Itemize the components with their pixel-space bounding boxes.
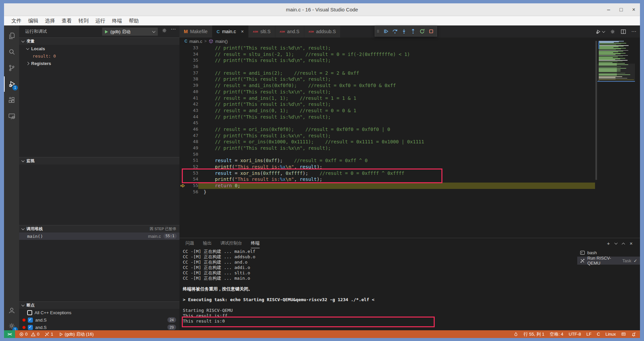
explorer-icon[interactable] xyxy=(4,28,19,44)
watch-label: 监视 xyxy=(26,158,35,164)
launch-config-dropdown[interactable]: (gdb) 启动 xyxy=(102,27,158,36)
gear-icon[interactable] xyxy=(610,29,615,35)
run-and-debug-icon[interactable]: 1 xyxy=(4,76,19,92)
menu-item-终端[interactable]: 终端 xyxy=(109,16,125,25)
panel-tab-调试控制台[interactable]: 调试控制台 xyxy=(220,238,242,248)
terminal-item-label: Run RISCV-QEMU xyxy=(587,256,620,266)
debug-settings-gear-icon[interactable] xyxy=(161,27,167,33)
code-line-48: 48 // result = or_ins(0x1000, 0x1111); /… xyxy=(179,139,640,145)
registers-node[interactable]: Registers xyxy=(19,60,179,67)
tab-addsub.S[interactable]: ASMaddsub.S xyxy=(304,25,341,38)
code-line-43: 43 // result = and_ins(0, 1); //result =… xyxy=(179,108,640,114)
extensions-icon[interactable] xyxy=(4,92,19,108)
more-actions-icon[interactable]: ⋯ xyxy=(631,28,637,35)
language-mode[interactable]: C xyxy=(597,332,600,337)
maximize-icon[interactable]: □ xyxy=(620,7,623,13)
panel-tab-输出[interactable]: 输出 xyxy=(203,238,212,248)
split-editor-icon[interactable] xyxy=(621,29,626,35)
menu-item-转到[interactable]: 转到 xyxy=(75,16,92,25)
problems-status[interactable]: 0 0 xyxy=(19,332,39,337)
breakpoint-line-badge: 24 xyxy=(167,317,176,323)
editor-scrollbar[interactable] xyxy=(595,41,597,180)
line-text: result = xori_ins(0xff); //result = 0xff… xyxy=(204,157,368,164)
menu-item-文件[interactable]: 文件 xyxy=(8,16,25,25)
eol[interactable]: LF xyxy=(586,332,591,337)
close-panel-icon[interactable]: × xyxy=(630,241,633,246)
menubar: 文件编辑选择查看转到运行终端帮助 xyxy=(4,16,640,25)
drag-grip-icon[interactable]: ⠿ xyxy=(377,30,380,33)
panel-tab-问题[interactable]: 问题 xyxy=(185,238,194,248)
ports-flame-icon[interactable] xyxy=(514,332,518,337)
start-debug-icon[interactable] xyxy=(105,30,108,33)
minimize-icon[interactable]: – xyxy=(607,7,610,13)
code-line-45: 45 xyxy=(179,120,640,126)
code-line-35: 35 // printf("This result is:%d\n", resu… xyxy=(179,57,640,64)
breakpoint-row[interactable]: and.S29 xyxy=(19,324,179,331)
tab-Makefile[interactable]: MMakefile xyxy=(179,25,212,38)
breakpoint-label: and.S xyxy=(35,325,47,330)
section-watch[interactable]: 监视 xyxy=(19,157,179,164)
step-into-button[interactable] xyxy=(400,27,408,36)
section-breakpoints[interactable]: 断点 xyxy=(19,301,179,309)
breakpoint-checkbox[interactable] xyxy=(28,325,33,330)
line-text: // printf("This result is:%x\n", result)… xyxy=(204,89,331,95)
breakpoint-checkbox[interactable] xyxy=(28,318,33,323)
section-variables[interactable]: 变量 xyxy=(19,38,179,45)
stop-button[interactable] xyxy=(427,27,435,36)
search-icon[interactable] xyxy=(4,44,19,60)
code-area[interactable]: 33 // printf("This result is:%d\n", resu… xyxy=(179,45,640,238)
source-control-icon[interactable] xyxy=(4,60,19,76)
account-icon[interactable] xyxy=(4,303,19,318)
notifications-bell-icon[interactable] xyxy=(631,332,636,337)
new-terminal-icon[interactable]: + xyxy=(607,241,610,246)
feedback-icon[interactable] xyxy=(621,332,626,337)
cursor-position[interactable]: 行 55, 列 1 xyxy=(524,331,544,337)
code-line-41: 41 // result = and_ins(1, 1); //result =… xyxy=(179,95,640,101)
maximize-panel-icon[interactable] xyxy=(622,243,625,246)
make-file-icon: M xyxy=(184,29,188,34)
more-actions-icon[interactable]: ⋯ xyxy=(171,26,176,32)
running-tasks-status[interactable]: 1 xyxy=(45,332,53,337)
close-icon[interactable]: × xyxy=(632,7,635,13)
variable-row[interactable]: result: 0 xyxy=(19,52,179,60)
step-out-button[interactable] xyxy=(409,27,417,36)
terminal-dropdown-icon[interactable] xyxy=(614,241,618,245)
section-call-stack[interactable]: 调用堆栈 因 STEP 已暂停 xyxy=(19,225,179,232)
indentation[interactable]: 空格: 4 xyxy=(550,331,563,337)
c-file-icon: C xyxy=(184,39,187,44)
run-or-debug-icon[interactable] xyxy=(596,29,605,35)
continue-button[interactable] xyxy=(382,27,390,36)
breakpoint-checkbox[interactable] xyxy=(27,310,32,315)
terminal-output[interactable]: CC -[M] 正在构建 ... main.elfCC -[M] 正在构建 ..… xyxy=(183,249,374,324)
terminal-list-item-Run RISCV-QEMU[interactable]: Run RISCV-QEMUTask✓ xyxy=(577,257,640,265)
minimap-marker xyxy=(598,42,599,49)
locals-node[interactable]: Locals xyxy=(19,45,179,52)
step-over-button[interactable] xyxy=(391,27,399,36)
breadcrumb-file[interactable]: main.c xyxy=(190,39,202,44)
stack-frame-row[interactable]: main() main.c 55:1 xyxy=(19,232,179,240)
menu-item-编辑[interactable]: 编辑 xyxy=(25,16,42,25)
menu-item-帮助[interactable]: 帮助 xyxy=(125,16,142,25)
menu-item-运行[interactable]: 运行 xyxy=(92,16,109,25)
breadcrumb: C main.c > main() xyxy=(179,38,640,45)
tab-slti.S[interactable]: ASMslti.S xyxy=(249,25,275,38)
variable-value: 0 xyxy=(53,54,56,59)
chevron-down-icon xyxy=(152,29,156,33)
breakpoint-row[interactable]: All C++ Exceptions xyxy=(19,309,179,316)
menu-item-查看[interactable]: 查看 xyxy=(58,16,75,25)
line-number: 38 xyxy=(179,76,198,82)
tab-main.c[interactable]: Cmain.c× xyxy=(212,25,249,38)
debug-session-status[interactable]: (gdb) 启动 (16) xyxy=(59,331,94,337)
remote-indicator[interactable]: >< xyxy=(4,330,15,338)
os-indicator[interactable]: Linux xyxy=(605,332,616,337)
breadcrumb-symbol[interactable]: main() xyxy=(215,39,228,44)
close-icon[interactable]: × xyxy=(241,29,244,34)
breakpoint-row[interactable]: and.S24 xyxy=(19,316,179,324)
menu-item-选择[interactable]: 选择 xyxy=(42,16,58,25)
launch-config-label: (gdb) 启动 xyxy=(110,29,130,35)
restart-button[interactable] xyxy=(418,27,426,36)
panel-tab-终端[interactable]: 终端 xyxy=(251,238,260,248)
tab-and.S[interactable]: ASMand.S xyxy=(275,25,304,38)
encoding[interactable]: UTF-8 xyxy=(569,332,581,337)
remote-explorer-icon[interactable] xyxy=(4,109,19,124)
